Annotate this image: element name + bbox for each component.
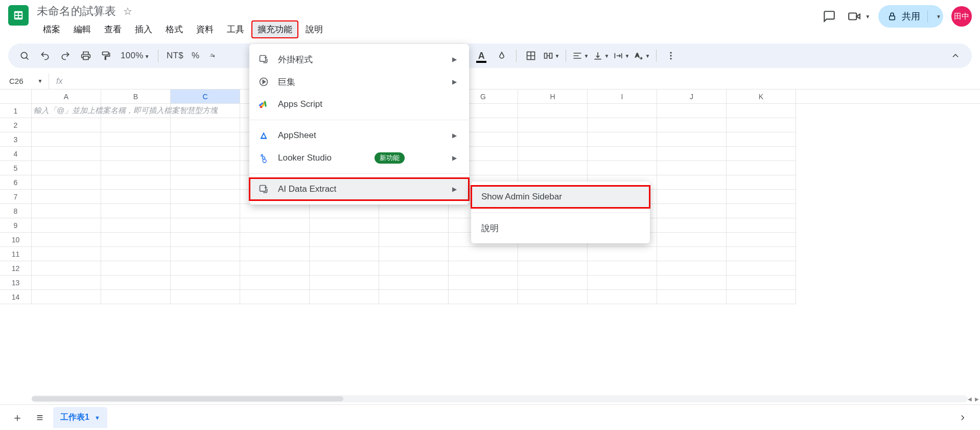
cell[interactable] [588,161,657,175]
sheets-logo-icon[interactable] [8,5,29,26]
row-header[interactable]: 13 [0,276,32,290]
all-sheets-icon[interactable]: ≡ [31,409,49,427]
collapse-toolbar-icon[interactable] [946,47,965,65]
scroll-left-icon[interactable]: ◀ [967,395,973,402]
column-header[interactable]: B [101,89,171,103]
cell[interactable] [171,218,240,233]
cell[interactable] [449,290,518,304]
document-title[interactable]: 未命名的試算表 [37,4,116,19]
cell[interactable] [588,147,657,161]
cell[interactable] [727,247,796,261]
column-header[interactable]: A [32,89,101,103]
cell[interactable] [240,218,310,233]
cell[interactable] [379,290,449,304]
cell[interactable] [171,175,240,190]
decrease-decimal-icon[interactable]: .0 [204,47,223,65]
menu-插入[interactable]: 插入 [129,20,158,38]
cell[interactable] [727,147,796,161]
cell[interactable] [657,290,727,304]
cell[interactable] [657,190,727,204]
cell[interactable] [101,233,171,247]
print-icon[interactable] [77,47,95,65]
cell[interactable] [310,233,379,247]
horizontal-align-icon[interactable]: ▼ [571,47,590,65]
cell[interactable] [379,261,449,276]
paint-format-icon[interactable] [97,47,115,65]
cell[interactable] [171,161,240,175]
cell[interactable] [32,233,101,247]
cell[interactable] [32,161,101,175]
zoom-select[interactable]: 100%▼ [118,51,153,61]
row-header[interactable]: 10 [0,233,32,247]
redo-icon[interactable] [56,47,75,65]
row-header[interactable]: 3 [0,132,32,147]
cell[interactable] [657,247,727,261]
cell[interactable] [518,290,588,304]
cell[interactable] [657,132,727,147]
share-button[interactable]: 共用 ▼ [878,5,943,28]
row-header[interactable]: 1 [0,104,32,118]
cell[interactable] [379,218,449,233]
cell[interactable] [32,132,101,147]
row-header[interactable]: 14 [0,290,32,304]
column-header[interactable]: I [588,89,657,103]
meet-button[interactable]: ▼ [848,10,870,23]
column-header[interactable]: K [727,89,796,103]
cell[interactable] [101,190,171,204]
merge-cells-icon[interactable]: ▼ [542,47,561,65]
cell[interactable] [171,276,240,290]
explore-icon[interactable] [953,409,972,427]
cell[interactable] [588,247,657,261]
currency-format-button[interactable]: NT$ [164,51,186,61]
cell[interactable] [240,233,310,247]
cell[interactable] [379,247,449,261]
cell[interactable] [32,204,101,218]
cell[interactable] [518,276,588,290]
name-box[interactable]: C26 ▼ [0,73,49,89]
cell[interactable] [240,261,310,276]
account-avatar[interactable]: 田中 [951,6,972,27]
cell[interactable] [171,118,240,132]
cell[interactable] [518,147,588,161]
cell[interactable] [727,175,796,190]
menu-說明[interactable]: 說明 [299,20,329,38]
cell[interactable] [171,233,240,247]
cell[interactable] [171,290,240,304]
horizontal-scrollbar[interactable] [32,395,968,402]
text-rotation-icon[interactable]: A▼ [633,47,651,65]
cell[interactable] [449,276,518,290]
more-icon[interactable] [662,47,680,65]
menu-工具[interactable]: 工具 [221,20,250,38]
column-header[interactable]: J [657,89,727,103]
percent-format-button[interactable]: % [189,51,202,61]
cell[interactable] [101,161,171,175]
cell[interactable] [32,118,101,132]
cell[interactable] [171,261,240,276]
text-wrap-icon[interactable]: ▼ [612,47,631,65]
cell[interactable] [727,218,796,233]
cell[interactable] [310,290,379,304]
cell[interactable] [310,218,379,233]
menu-擴充功能[interactable]: 擴充功能 [251,20,298,38]
menu-item-巨集[interactable]: 巨集▶ [249,71,469,93]
cell[interactable] [518,247,588,261]
submenu-item-show-admin-sidebar[interactable]: Show Admin Sidebar [471,186,650,208]
cell[interactable] [171,247,240,261]
menu-資料[interactable]: 資料 [190,20,220,38]
cell[interactable] [240,290,310,304]
cell[interactable] [310,247,379,261]
cell[interactable] [518,261,588,276]
cell[interactable] [727,104,796,118]
undo-icon[interactable] [36,47,54,65]
row-header[interactable]: 7 [0,190,32,204]
cell[interactable] [32,247,101,261]
cell[interactable]: 輸入「@」並加上檔案名稱，即可插入檔案智慧型方塊 [32,104,101,118]
cell[interactable] [518,132,588,147]
row-header[interactable]: 9 [0,218,32,233]
text-color-icon[interactable]: A [472,47,491,65]
cell[interactable] [101,261,171,276]
cell[interactable] [32,276,101,290]
menu-item-appsheet[interactable]: AppSheet▶ [249,124,469,147]
cell[interactable] [32,218,101,233]
cell[interactable] [657,261,727,276]
